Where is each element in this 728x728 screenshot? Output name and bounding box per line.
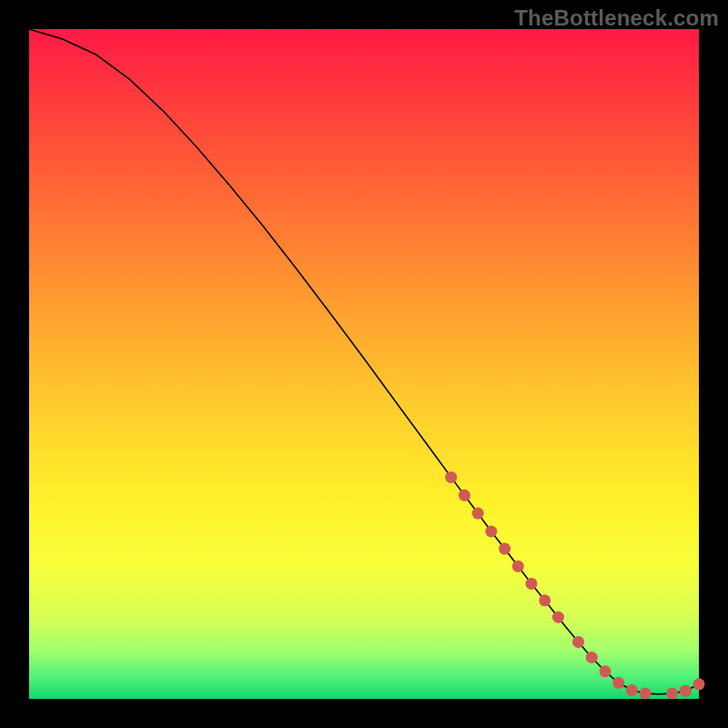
- dot: [552, 612, 564, 623]
- dot: [512, 561, 524, 572]
- dot: [499, 543, 511, 555]
- dot: [600, 665, 612, 677]
- dot: [666, 688, 678, 700]
- watermark-text: TheBottleneck.com: [514, 5, 719, 31]
- dot: [680, 685, 692, 697]
- dot: [526, 578, 538, 590]
- plot-area: [29, 29, 699, 699]
- dot: [459, 490, 470, 501]
- curve-svg: [29, 29, 699, 699]
- dot: [445, 471, 457, 483]
- dot: [485, 526, 497, 538]
- dot: [612, 677, 624, 689]
- dot: [572, 636, 584, 648]
- dot: [640, 688, 652, 700]
- dot: [586, 652, 598, 663]
- chart-stage: TheBottleneck.com: [0, 0, 728, 728]
- bottleneck-curve: [29, 29, 699, 694]
- dot: [693, 678, 705, 690]
- dot: [539, 594, 551, 606]
- dot: [626, 684, 638, 696]
- highlight-dots: [445, 471, 704, 700]
- dot: [472, 508, 484, 520]
